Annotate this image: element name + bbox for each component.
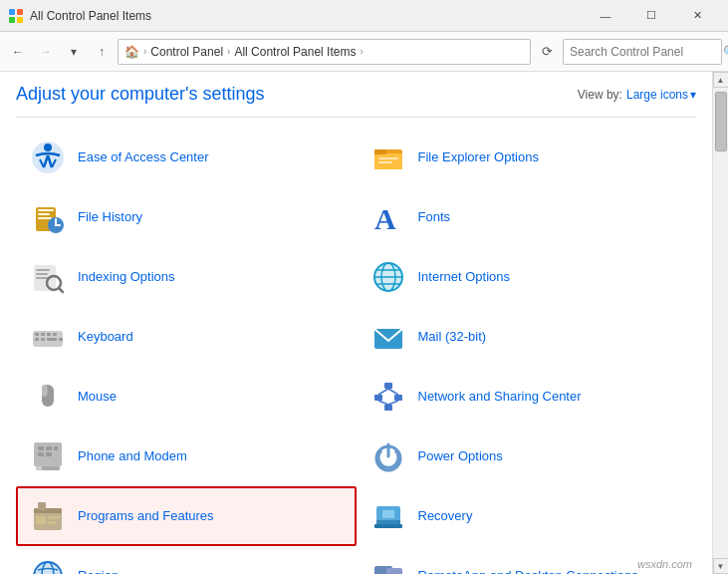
svg-rect-65 — [38, 502, 46, 510]
recent-locations-button[interactable]: ▾ — [62, 39, 86, 65]
svg-rect-12 — [38, 209, 54, 211]
content-area: Adjust your computer's settings View by:… — [0, 72, 712, 574]
ease-label: Ease of Access Center — [78, 149, 209, 166]
view-by-value[interactable]: Large icons ▾ — [626, 88, 696, 102]
svg-rect-3 — [17, 17, 23, 23]
svg-rect-44 — [394, 395, 402, 401]
svg-rect-69 — [382, 510, 394, 518]
svg-rect-33 — [53, 333, 57, 336]
svg-rect-10 — [378, 161, 392, 163]
file-explorer-label: File Explorer Options — [418, 149, 539, 166]
back-button[interactable]: ← — [6, 39, 30, 65]
phone-icon — [28, 436, 68, 476]
maximize-button[interactable]: ☐ — [628, 0, 674, 32]
scroll-thumb[interactable] — [715, 92, 727, 151]
indexing-label: Indexing Options — [78, 269, 175, 286]
keyboard-icon — [28, 317, 68, 357]
programs-label: Programs and Features — [78, 508, 214, 525]
item-file-explorer[interactable]: File Explorer Options — [357, 128, 697, 187]
app-icon — [8, 8, 24, 24]
svg-rect-76 — [386, 568, 402, 574]
svg-rect-64 — [48, 521, 56, 524]
address-path: 🏠 › Control Panel › All Control Panel It… — [118, 39, 531, 65]
item-mail[interactable]: Mail (32-bit) — [357, 307, 697, 367]
minimize-button[interactable]: — — [583, 0, 628, 32]
item-file-history[interactable]: File History — [16, 187, 357, 247]
region-label: Region — [78, 568, 119, 574]
ease-icon — [28, 138, 68, 177]
svg-rect-0 — [9, 9, 15, 15]
svg-rect-67 — [376, 520, 400, 524]
view-by-label: View by: — [578, 88, 622, 102]
view-by-control: View by: Large icons ▾ — [578, 88, 696, 102]
item-internet[interactable]: Internet Options — [357, 247, 697, 307]
window-title: All Control Panel Items — [30, 9, 583, 23]
indexing-icon — [28, 257, 68, 297]
main-area: Adjust your computer's settings View by:… — [0, 72, 728, 574]
file-explorer-icon — [368, 138, 408, 177]
scrollbar: ▲ ▼ — [712, 72, 728, 574]
close-button[interactable]: ✕ — [674, 0, 720, 32]
view-by-dropdown-icon: ▾ — [690, 88, 696, 102]
svg-rect-35 — [41, 338, 45, 341]
svg-rect-40 — [42, 385, 48, 397]
svg-line-47 — [388, 389, 398, 395]
svg-rect-42 — [384, 383, 392, 389]
item-keyboard[interactable]: Keyboard — [16, 307, 357, 367]
internet-label: Internet Options — [418, 269, 511, 286]
search-input[interactable] — [570, 45, 719, 59]
svg-rect-9 — [378, 157, 398, 159]
svg-rect-14 — [38, 217, 52, 219]
remote-label: RemoteApp and Desktop Connections — [418, 568, 638, 574]
scroll-down-button[interactable]: ▼ — [713, 558, 729, 574]
network-icon — [368, 377, 408, 417]
search-icon: 🔍 — [723, 45, 728, 59]
svg-rect-43 — [374, 395, 382, 401]
scroll-track — [714, 88, 728, 558]
refresh-button[interactable]: ⟳ — [535, 39, 559, 65]
svg-rect-57 — [46, 452, 52, 456]
item-power[interactable]: Power Options — [357, 427, 697, 486]
svg-rect-2 — [9, 17, 15, 23]
svg-rect-30 — [35, 333, 39, 336]
svg-rect-62 — [36, 516, 46, 524]
svg-rect-63 — [48, 516, 60, 519]
item-indexing[interactable]: Indexing Options — [16, 247, 357, 307]
svg-rect-31 — [41, 333, 45, 336]
power-icon — [368, 436, 408, 476]
programs-icon — [28, 496, 68, 536]
svg-line-48 — [378, 401, 388, 405]
item-programs[interactable]: Programs and Features — [16, 486, 357, 546]
svg-rect-54 — [46, 446, 52, 450]
svg-rect-34 — [35, 338, 39, 341]
svg-rect-36 — [47, 338, 57, 341]
item-region[interactable]: Region — [16, 546, 357, 574]
svg-rect-8 — [374, 149, 386, 154]
item-network[interactable]: Network and Sharing Center — [357, 367, 697, 427]
path-all-items[interactable]: All Control Panel Items — [234, 45, 356, 59]
path-control-panel[interactable]: Control Panel — [150, 45, 223, 59]
svg-rect-37 — [59, 338, 63, 341]
separator — [16, 117, 696, 118]
region-icon — [28, 556, 68, 574]
item-recovery[interactable]: Recovery — [357, 486, 697, 546]
power-label: Power Options — [418, 448, 503, 465]
items-grid: Ease of Access Center File Explorer Opti… — [16, 128, 696, 574]
svg-rect-56 — [38, 452, 44, 456]
item-mouse[interactable]: Mouse — [16, 367, 357, 427]
title-bar: All Control Panel Items — ☐ ✕ — [0, 0, 728, 32]
phone-label: Phone and Modem — [78, 448, 187, 465]
item-phone[interactable]: Phone and Modem — [16, 427, 357, 486]
svg-text:A: A — [374, 202, 396, 235]
scroll-up-button[interactable]: ▲ — [713, 72, 729, 88]
mouse-label: Mouse — [78, 389, 117, 406]
path-home-icon: 🏠 — [124, 45, 139, 59]
window-controls: — ☐ ✕ — [583, 0, 720, 32]
forward-button[interactable]: → — [34, 39, 58, 65]
svg-line-49 — [388, 401, 398, 405]
fonts-icon: A — [368, 197, 408, 237]
item-fonts[interactable]: A Fonts — [357, 187, 697, 247]
recovery-label: Recovery — [418, 508, 473, 525]
item-ease-of-access[interactable]: Ease of Access Center — [16, 128, 357, 187]
up-button[interactable]: ↑ — [90, 39, 114, 65]
